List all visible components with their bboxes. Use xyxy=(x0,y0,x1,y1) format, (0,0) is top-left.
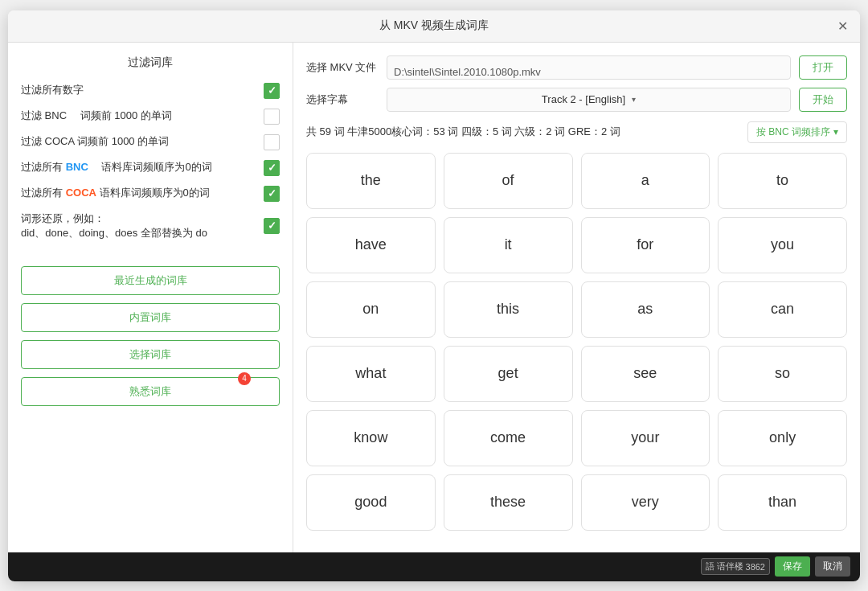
word-text: what xyxy=(355,365,386,382)
start-button[interactable]: 开始 xyxy=(799,88,847,112)
word-card[interactable]: the xyxy=(306,153,436,209)
word-card[interactable]: good xyxy=(306,474,436,531)
file-path-display: D:\sintel\Sintel.2010.1080p.mkv xyxy=(387,55,791,80)
vocab-buttons: 最近生成的词库 内置词库 选择词库 熟悉词库 4 xyxy=(21,266,280,406)
word-card[interactable]: you xyxy=(718,217,847,273)
filter-item-bnc1000: 过滤 BNC 词频前 1000 的单词 xyxy=(21,109,280,125)
word-card[interactable]: see xyxy=(581,346,710,402)
word-card[interactable]: as xyxy=(581,281,710,338)
filter-checkbox-numbers[interactable] xyxy=(264,83,280,99)
filter-item-bnc-zero: 过滤所有 BNC 语料库词频顺序为0的词 xyxy=(21,160,280,176)
word-card[interactable]: very xyxy=(581,474,710,531)
recent-vocab-button[interactable]: 最近生成的词库 xyxy=(21,266,280,295)
filter-label-bnc1000: 过滤 BNC 词频前 1000 的单词 xyxy=(21,109,264,123)
word-card[interactable]: have xyxy=(306,217,436,273)
filter-item-coca1000: 过滤 COCA 词频前 1000 的单词 xyxy=(21,134,280,150)
word-text: can xyxy=(771,301,794,318)
titlebar: 从 MKV 视频生成词库 ✕ xyxy=(8,10,860,43)
filter-checkbox-lemma[interactable] xyxy=(264,218,280,234)
bottom-bar: 語 语伴楼 3862 保存 取消 xyxy=(8,552,860,581)
file-label: 选择 MKV 文件 xyxy=(306,60,379,75)
subtitle-value: Track 2 - [English] xyxy=(542,93,625,105)
word-text: come xyxy=(490,429,526,446)
filter-checkbox-bnc-zero[interactable] xyxy=(264,160,280,176)
top-controls: 选择 MKV 文件 D:\sintel\Sintel.2010.1080p.mk… xyxy=(306,55,847,112)
word-text: than xyxy=(768,494,796,511)
chevron-down-icon: ▾ xyxy=(833,126,838,137)
word-card[interactable]: this xyxy=(444,281,573,338)
stats-text: 共 59 词 牛津5000核心词：53 词 四级：5 词 六级：2 词 GRE：… xyxy=(306,125,620,139)
builtin-vocab-button[interactable]: 内置词库 xyxy=(21,303,280,332)
filter-item-coca-zero: 过滤所有 COCA 语料库词频顺序为0的词 xyxy=(21,186,280,202)
word-text: as xyxy=(637,301,653,318)
word-text: the xyxy=(361,172,381,189)
word-card[interactable]: a xyxy=(581,153,710,209)
filter-item-numbers: 过滤所有数字 xyxy=(21,83,280,99)
subtitle-label: 选择字幕 xyxy=(306,92,379,107)
save-button-bottom[interactable]: 保存 xyxy=(775,556,810,577)
main-window: 从 MKV 视频生成词库 ✕ 过滤词库 过滤所有数字 过滤 BNC 词频前 10… xyxy=(8,10,860,581)
logo-sub: 语伴楼 xyxy=(717,560,743,573)
word-text: this xyxy=(497,301,519,318)
word-card[interactable]: of xyxy=(444,153,573,209)
word-text: know xyxy=(354,429,387,446)
filter-item-lemma: 词形还原，例如： did、done、doing、does 全部替换为 do xyxy=(21,211,280,240)
logo-text: 語 xyxy=(706,560,714,573)
word-text: you xyxy=(771,236,794,253)
subtitle-dropdown[interactable]: Track 2 - [English] ▾ xyxy=(387,88,791,112)
filter-label-coca-zero: 过滤所有 COCA 语料库词频顺序为0的词 xyxy=(21,186,264,200)
word-text: so xyxy=(775,365,790,382)
word-card[interactable]: so xyxy=(718,346,847,402)
word-text: these xyxy=(490,494,526,511)
filter-checkbox-bnc1000[interactable] xyxy=(264,109,280,125)
word-card[interactable]: for xyxy=(581,217,710,273)
filter-label-lemma: 词形还原，例如： did、done、doing、does 全部替换为 do xyxy=(21,211,264,240)
filter-checkbox-coca1000[interactable] xyxy=(264,134,280,150)
filter-checkbox-coca-zero[interactable] xyxy=(264,186,280,202)
left-panel: 过滤词库 过滤所有数字 过滤 BNC 词频前 1000 的单词 过滤 COCA … xyxy=(8,43,293,552)
close-button[interactable]: ✕ xyxy=(834,18,850,34)
window-title: 从 MKV 视频生成词库 xyxy=(379,18,489,33)
familiar-vocab-badge: 4 xyxy=(238,372,251,385)
word-text: good xyxy=(354,494,387,511)
sort-button[interactable]: 按 BNC 词频排序 ▾ xyxy=(747,121,847,143)
cancel-button-bottom[interactable]: 取消 xyxy=(815,556,850,577)
word-text: on xyxy=(362,301,379,318)
chevron-down-icon: ▾ xyxy=(632,95,636,104)
word-text: a xyxy=(641,172,649,189)
word-card[interactable]: than xyxy=(718,474,847,531)
word-text: have xyxy=(355,236,387,253)
filter-label-bnc-zero: 过滤所有 BNC 语料库词频顺序为0的词 xyxy=(21,160,264,174)
filter-label-coca1000: 过滤 COCA 词频前 1000 的单词 xyxy=(21,134,264,149)
main-body: 过滤词库 过滤所有数字 过滤 BNC 词频前 1000 的单词 过滤 COCA … xyxy=(8,43,860,552)
word-text: get xyxy=(498,365,518,382)
left-panel-title: 过滤词库 xyxy=(21,55,280,70)
word-text: your xyxy=(631,429,659,446)
select-vocab-button[interactable]: 选择词库 xyxy=(21,340,280,369)
word-card[interactable]: it xyxy=(444,217,573,273)
word-text: for xyxy=(637,236,653,253)
word-card[interactable]: get xyxy=(444,346,573,402)
word-card[interactable]: these xyxy=(444,474,573,531)
word-card[interactable]: know xyxy=(306,410,436,466)
word-grid: the of a to have it for you on this as c… xyxy=(306,153,847,540)
sort-label: 按 BNC 词频排序 xyxy=(756,125,830,139)
word-card[interactable]: only xyxy=(718,410,847,466)
subtitle-control-row: 选择字幕 Track 2 - [English] ▾ 开始 xyxy=(306,88,847,112)
word-text: only xyxy=(769,429,796,446)
word-card[interactable]: come xyxy=(444,410,573,466)
word-text: to xyxy=(776,172,788,189)
watermark: 語 语伴楼 3862 xyxy=(701,558,770,575)
word-card[interactable]: can xyxy=(718,281,847,338)
word-card[interactable]: to xyxy=(718,153,847,209)
file-control-row: 选择 MKV 文件 D:\sintel\Sintel.2010.1080p.mk… xyxy=(306,55,847,80)
open-button[interactable]: 打开 xyxy=(799,55,847,80)
word-card[interactable]: your xyxy=(581,410,710,466)
word-text: it xyxy=(505,236,512,253)
word-card[interactable]: on xyxy=(306,281,436,338)
filter-label-numbers: 过滤所有数字 xyxy=(21,83,264,97)
word-card[interactable]: what xyxy=(306,346,436,402)
stats-row: 共 59 词 牛津5000核心词：53 词 四级：5 词 六级：2 词 GRE：… xyxy=(306,121,847,143)
user-id: 3862 xyxy=(746,562,765,572)
familiar-vocab-wrapper: 熟悉词库 4 xyxy=(21,377,280,406)
